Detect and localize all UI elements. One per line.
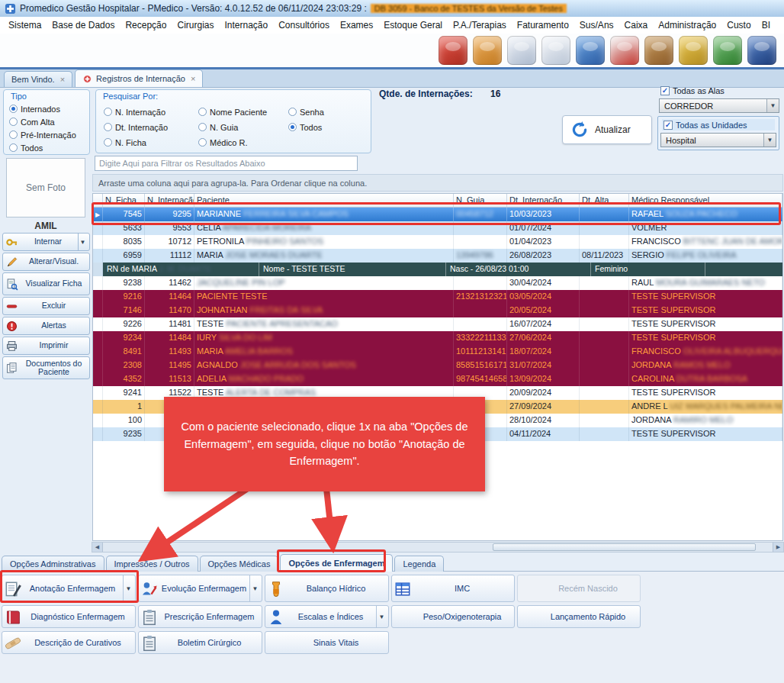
column-header-dt-internacao[interactable]: Dt. Internação — [507, 194, 580, 207]
menu-item-sus-ans[interactable]: Sus/Ans — [574, 18, 619, 32]
column-header-n-guia[interactable]: N. Guia — [454, 194, 507, 207]
table-row[interactable]: 435211513ADELIA MACHADO PRADO98745414658… — [93, 372, 782, 386]
column-header-medico-responsavel[interactable]: Médico Responsável — [629, 194, 782, 207]
menu-item-sistema[interactable]: Sistema — [3, 18, 47, 32]
ala-combobox[interactable]: CORREDOR ▼ — [659, 98, 779, 113]
nurse-icon[interactable] — [507, 36, 536, 65]
bottom-tab-impressoes-outros[interactable]: Impressões / Outros — [106, 556, 198, 572]
tipo-option-todos[interactable]: Todos — [9, 142, 88, 153]
search-option-medico-r[interactable]: Médico R. — [198, 137, 284, 148]
bottom-tab-opcoes-adminstrativas[interactable]: Opções Adminstrativas — [2, 556, 104, 572]
table-row[interactable]: 230811495AGNALDO JOSE ARRUDA DOS SANTOS8… — [93, 359, 782, 372]
balanco-hidrico-button[interactable]: Balanço Hídrico — [265, 575, 389, 602]
prescription-pad-icon[interactable] — [541, 36, 570, 65]
table-row[interactable]: 714611470JOHNATHAN FREITAS DA SILVA20/05… — [93, 304, 782, 317]
menu-item-administracao[interactable]: Administração — [653, 18, 721, 32]
dropdown-arrow-icon[interactable]: ▼ — [78, 234, 87, 250]
table-row[interactable]: 695911112MARIA JOSE MORAES DUARTE1394978… — [93, 249, 782, 263]
table-row[interactable]: 803510712PETRONILA PINHEIRO SANTOS01/04/… — [93, 235, 782, 249]
menu-item-p-a-terapias[interactable]: P.A./Terapias — [448, 18, 512, 32]
dropdown-arrow-icon[interactable]: ▼ — [376, 606, 387, 627]
sinais-vitais-button[interactable]: Sinais Vitais — [265, 631, 389, 654]
search-option-n-guia[interactable]: N. Guia — [198, 121, 284, 133]
hospital-bed-icon[interactable] — [576, 36, 605, 65]
column-header-paciente[interactable]: Paciente — [194, 194, 454, 207]
documentos-do-paciente-button[interactable]: Documentos do Paciente — [2, 356, 90, 379]
filter-input[interactable] — [95, 156, 358, 171]
menu-item-caixa[interactable]: Caixa — [619, 18, 654, 32]
menu-item-base-de-dados[interactable]: Base de Dados — [47, 18, 120, 32]
todas-as-unidades-checkbox[interactable]: ✓ Todas as Unidades — [662, 119, 775, 130]
menu-item-custo[interactable]: Custo — [721, 18, 756, 32]
chevron-down-icon[interactable]: ▼ — [766, 99, 779, 112]
bottom-tab-opcoes-medicas[interactable]: Opções Médicas — [200, 556, 279, 572]
lancamento-rapido-button[interactable]: Lançamento Rápido — [517, 605, 641, 628]
excluir-button[interactable]: Excluir — [2, 297, 90, 315]
visualizar-ficha-button[interactable]: Visualizar Ficha — [2, 272, 90, 295]
menu-item-estoque-geral[interactable]: Estoque Geral — [378, 18, 448, 32]
menu-item-cirurgias[interactable]: Cirurgias — [172, 18, 219, 32]
table-row[interactable]: 56339553CELIA APARECIDA MOREIRA01/07/202… — [93, 221, 782, 235]
menu-item-bi[interactable]: BI — [757, 18, 776, 32]
bottom-tab-opcoes-de-enfermagem[interactable]: Opções de Enfermagem — [280, 554, 393, 572]
alterar-visual-button[interactable]: Alterar/Visual. — [2, 253, 90, 271]
column-header-dt-alta[interactable]: Dt. Alta — [580, 194, 629, 207]
column-header-n-internacao[interactable]: N. Internação — [145, 194, 194, 207]
table-row[interactable]: 921611464PACIENTE TESTE2132131232103/05/… — [93, 290, 782, 304]
unidade-combobox[interactable]: Hospital ▼ — [660, 133, 776, 147]
dropdown-arrow-icon[interactable]: ▼ — [249, 575, 260, 601]
scrollbar-thumb[interactable] — [493, 543, 755, 551]
menu-item-internacao[interactable]: Internação — [219, 18, 273, 32]
table-row[interactable]: 849111493MARIA AMELIA BARROS101112131415… — [93, 345, 782, 359]
menu-item-faturamento[interactable]: Faturamento — [512, 18, 574, 32]
supplies-basket-icon[interactable] — [644, 36, 673, 65]
menu-item-recepcao[interactable]: Recepção — [120, 18, 172, 32]
alertas-button[interactable]: Alertas — [2, 317, 90, 335]
todas-as-alas-checkbox[interactable]: ✓ Todas as Alas — [660, 85, 725, 96]
menu-item-exames[interactable]: Exames — [335, 18, 378, 32]
imc-button[interactable]: IMC — [391, 575, 515, 602]
tab-registros-de-internacao[interactable]: Registros de Internação× — [75, 69, 203, 87]
table-row[interactable]: 923411484IURY SILVA DO LIM3332221113327/… — [93, 331, 782, 345]
search-option-n-ficha[interactable]: N. Ficha — [104, 137, 194, 148]
search-option-todos[interactable]: Todos — [288, 121, 357, 133]
support-icon[interactable] — [439, 36, 468, 65]
column-header-indicator[interactable] — [93, 194, 103, 207]
safe-icon[interactable] — [747, 36, 776, 65]
pharmacy-icon[interactable] — [713, 36, 742, 65]
table-row[interactable]: 922611481TESTE PACIENTE APRESENTACAO16/0… — [93, 317, 782, 331]
internar-button[interactable]: Internar▼ — [2, 233, 90, 251]
prescricao-enfermagem-button[interactable]: Prescrição Enfermagem — [138, 605, 262, 628]
atualizar-button[interactable]: Atualizar — [562, 115, 652, 144]
imprimir-button[interactable]: Imprimir — [2, 337, 90, 355]
chevron-down-icon[interactable]: ▼ — [763, 134, 776, 147]
patients-group-icon[interactable] — [473, 36, 502, 65]
search-option-n-internacao[interactable]: N. Internação — [104, 106, 194, 118]
diagnostico-enfermagem-button[interactable]: Diagnóstico Enfermagem — [2, 605, 136, 628]
evolucao-enfermagem-button[interactable]: Evolução Enfermagem▼ — [138, 575, 262, 602]
search-option-dt-internacao[interactable]: Dt. Internação — [104, 121, 194, 133]
scroll-left-icon[interactable]: ◀ — [92, 543, 103, 552]
tipo-option-internados[interactable]: Internados — [9, 103, 88, 114]
ambulance-icon[interactable] — [610, 36, 639, 65]
peso-oxigenoterapia-button[interactable]: Peso/Oxigenoterapia — [391, 605, 515, 628]
descricao-de-curativos-button[interactable]: Descrição de Curativos — [2, 631, 136, 654]
billing-icon[interactable] — [679, 36, 708, 65]
search-option-nome-paciente[interactable]: Nome Paciente — [198, 106, 284, 118]
dropdown-arrow-icon[interactable]: ▼ — [123, 575, 133, 601]
boletim-cirurgico-button[interactable]: Boletim Cirúrgico — [138, 631, 262, 654]
close-tab-icon[interactable]: × — [191, 74, 195, 83]
anotacao-enfermagem-button[interactable]: Anotação Enfermagem▼ — [2, 575, 136, 602]
tipo-option-com-alta[interactable]: Com Alta — [9, 116, 88, 127]
tipo-option-pre-internacao[interactable]: Pré-Internação — [9, 129, 88, 140]
column-header-n-ficha[interactable]: N. Ficha — [103, 194, 145, 207]
bottom-tab-legenda[interactable]: Legenda — [394, 556, 444, 572]
horizontal-scrollbar[interactable]: ◀ ▶ — [92, 542, 784, 553]
tab-bem-vindo[interactable]: Bem Vindo.× — [4, 71, 72, 87]
menu-item-consultorios[interactable]: Consultórios — [273, 18, 335, 32]
escalas-e-indices-button[interactable]: Escalas e Índices▼ — [265, 605, 389, 628]
close-tab-icon[interactable]: × — [60, 75, 65, 84]
table-row[interactable]: 923811462 JACQUELINE PIN LOP30/04/2024RA… — [93, 276, 782, 290]
table-row-selected[interactable]: ▶75459295MARIANNE FERREIRA SILVA CAMPOS0… — [93, 208, 782, 221]
search-option-senha[interactable]: Senha — [288, 106, 357, 118]
